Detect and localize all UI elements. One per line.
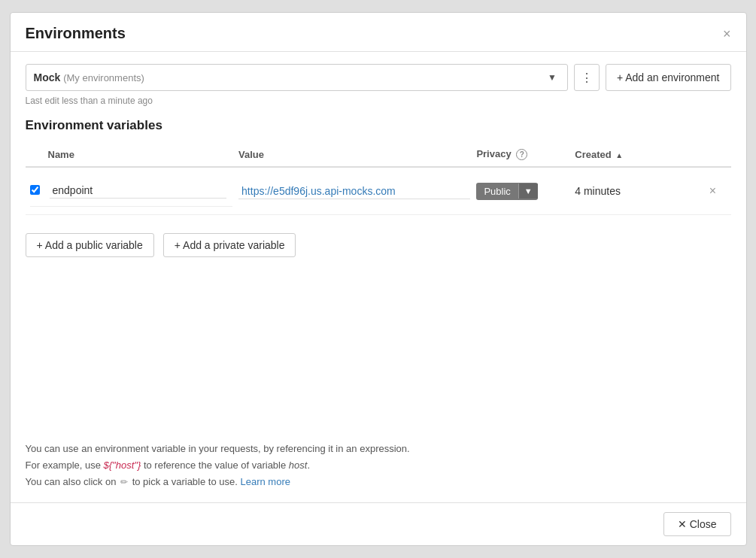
col-header-name: Name: [26, 142, 239, 167]
info-section: You can use an environment variable in y…: [26, 441, 731, 490]
env-selector-row: Mock (My environments) ▼ ⋮ + Add an envi…: [26, 64, 731, 91]
env-dropdown-text: Mock (My environments): [34, 71, 545, 83]
created-time: 4 minutes: [575, 185, 621, 197]
name-input[interactable]: [50, 183, 227, 199]
modal-title: Environments: [26, 25, 126, 42]
env-dropdown-arrow[interactable]: ▼: [545, 72, 560, 83]
env-dropdown[interactable]: Mock (My environments) ▼: [26, 64, 568, 91]
table-row: Public ▼ 4 minutes ×: [26, 167, 731, 215]
privacy-help-icon[interactable]: ?: [516, 149, 527, 160]
last-edit-text: Last edit less than a minute ago: [26, 96, 731, 106]
col-header-created: Created ▲: [575, 142, 706, 167]
pencil-icon: ✏: [120, 475, 128, 490]
learn-more-link[interactable]: Learn more: [240, 476, 290, 487]
col-header-privacy: Privacy ?: [476, 142, 575, 167]
privacy-dropdown-arrow[interactable]: ▼: [518, 183, 538, 199]
close-button[interactable]: ✕ Close: [663, 512, 731, 536]
add-public-variable-button[interactable]: + Add a public variable: [26, 233, 154, 257]
add-private-variable-button[interactable]: + Add a private variable: [163, 233, 296, 257]
env-name: Mock: [34, 71, 61, 83]
privacy-label: Public: [476, 183, 518, 200]
privacy-cell: Public ▼: [476, 183, 569, 200]
environments-modal: Environments × Mock (My environments) ▼ …: [10, 12, 747, 546]
add-environment-button[interactable]: + Add an environment: [606, 64, 731, 91]
table-header-row: Name Value Privacy ? Created ▲: [26, 142, 731, 167]
info-line-2: For example, use ${"host"} to reference …: [26, 457, 731, 474]
info-line-1: You can use an environment variable in y…: [26, 441, 731, 457]
modal-body: Mock (My environments) ▼ ⋮ + Add an envi…: [11, 52, 746, 502]
row-checkbox[interactable]: [30, 185, 40, 195]
privacy-badge: Public ▼: [476, 183, 537, 200]
add-buttons-row: + Add a public variable + Add a private …: [26, 233, 731, 257]
info-line-3: You can also click on ✏ to pick a variab…: [26, 474, 731, 490]
info-code: ${"host"}: [104, 459, 141, 471]
env-dots-menu-button[interactable]: ⋮: [574, 64, 600, 91]
env-variables-table: Name Value Privacy ? Created ▲: [26, 142, 731, 215]
col-header-value: Value: [238, 142, 476, 167]
value-input[interactable]: [238, 183, 470, 199]
delete-row-button[interactable]: ×: [706, 184, 719, 198]
modal-header: Environments ×: [11, 13, 746, 52]
env-sub-label: (My environments): [63, 72, 144, 83]
section-title: Environment variables: [26, 118, 731, 133]
modal-footer: ✕ Close: [11, 502, 746, 545]
modal-close-x-button[interactable]: ×: [723, 27, 731, 41]
sort-indicator[interactable]: ▲: [615, 151, 623, 159]
info-var-name: host: [289, 459, 308, 471]
